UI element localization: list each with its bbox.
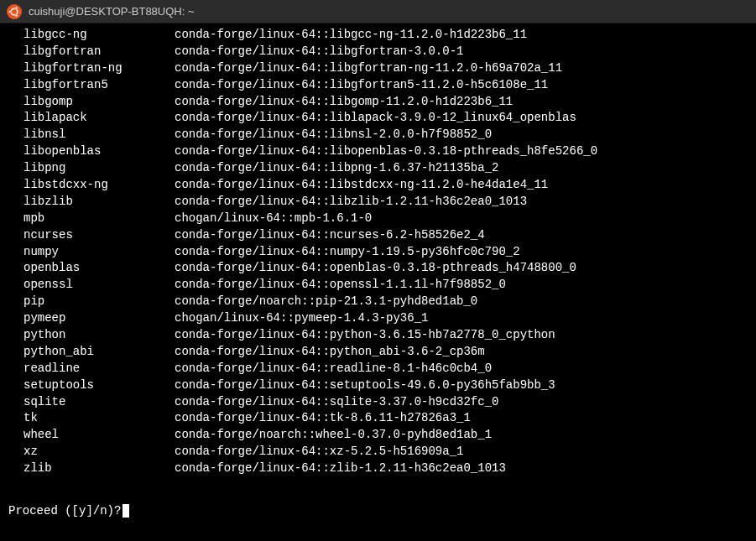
package-spec: conda-forge/linux-64::zlib-1.2.11-h36c2e… (175, 460, 506, 476)
indent (8, 260, 23, 276)
indent (8, 377, 23, 393)
package-name: pip (23, 294, 175, 310)
package-spec: conda-forge/linux-64::libgfortran-3.0.0-… (175, 44, 463, 60)
package-row: pymeepchogan/linux-64::pymeep-1.4.3-py36… (8, 310, 748, 326)
package-name: setuptools (23, 377, 175, 393)
indent (8, 211, 23, 226)
indent (8, 27, 23, 43)
package-name: libgfortran-ng (23, 60, 175, 76)
package-spec: chogan/linux-64::pymeep-1.4.3-py36_1 (175, 310, 428, 326)
indent (8, 327, 23, 343)
indent (8, 310, 23, 326)
window-title-bar: cuishuji@DESKTOP-BT88UQH: ~ (0, 0, 756, 23)
package-row: sqliteconda-forge/linux-64::sqlite-3.37.… (8, 394, 748, 410)
indent (8, 427, 23, 443)
package-name: pymeep (23, 310, 175, 326)
indent (8, 160, 23, 176)
indent (8, 143, 23, 159)
indent (8, 227, 23, 243)
package-list: libgcc-ngconda-forge/linux-64::libgcc-ng… (8, 27, 748, 476)
package-row: libgfortranconda-forge/linux-64::libgfor… (8, 44, 748, 60)
package-spec: conda-forge/noarch::wheel-0.37.0-pyhd8ed… (175, 427, 492, 443)
package-spec: conda-forge/linux-64::tk-8.6.11-h27826a3… (175, 410, 471, 426)
indent (8, 277, 23, 293)
package-name: openblas (23, 260, 175, 276)
package-name: libgomp (23, 94, 175, 110)
package-row: xzconda-forge/linux-64::xz-5.2.5-h516909… (8, 444, 748, 460)
package-name: zlib (23, 460, 175, 476)
package-name: tk (23, 410, 175, 426)
package-spec: conda-forge/linux-64::python_abi-3.6-2_c… (175, 344, 485, 360)
package-name: libzlib (23, 194, 175, 210)
package-spec: conda-forge/linux-64::libgcc-ng-11.2.0-h… (175, 27, 527, 43)
package-spec: conda-forge/linux-64::numpy-1.19.5-py36h… (175, 244, 520, 260)
package-name: numpy (23, 244, 175, 260)
package-name: ncurses (23, 227, 175, 243)
package-spec: conda-forge/linux-64::readline-8.1-h46c0… (175, 361, 492, 377)
indent (8, 394, 23, 410)
package-name: python_abi (23, 344, 175, 360)
package-name: liblapack (23, 110, 175, 126)
package-spec: conda-forge/linux-64::libnsl-2.0.0-h7f98… (175, 127, 492, 143)
prompt-text: Proceed ([y]/n)? (8, 503, 121, 519)
package-row: libpngconda-forge/linux-64::libpng-1.6.3… (8, 160, 748, 176)
package-spec: conda-forge/linux-64::libpng-1.6.37-h211… (175, 160, 498, 176)
svg-point-2 (8, 10, 11, 13)
package-spec: conda-forge/linux-64::libgfortran5-11.2.… (175, 77, 548, 93)
package-row: libopenblasconda-forge/linux-64::libopen… (8, 143, 748, 159)
package-row: libgfortran5conda-forge/linux-64::libgfo… (8, 77, 748, 93)
package-row: numpyconda-forge/linux-64::numpy-1.19.5-… (8, 244, 748, 260)
package-row: wheelconda-forge/noarch::wheel-0.37.0-py… (8, 427, 748, 443)
package-name: libpng (23, 160, 175, 176)
package-spec: conda-forge/linux-64::openssl-1.1.1l-h7f… (175, 277, 506, 293)
package-spec: conda-forge/linux-64::libstdcxx-ng-11.2.… (175, 177, 548, 193)
prompt-line[interactable]: Proceed ([y]/n)? (8, 503, 748, 519)
package-name: wheel (23, 427, 175, 443)
indent (8, 444, 23, 460)
package-name: libnsl (23, 127, 175, 143)
package-name: libgcc-ng (23, 27, 175, 43)
package-name: mpb (23, 211, 175, 226)
indent (8, 460, 23, 476)
indent (8, 194, 23, 210)
package-name: libgfortran (23, 44, 175, 60)
package-spec: conda-forge/linux-64::python-3.6.15-hb7a… (175, 327, 555, 343)
package-spec: conda-forge/linux-64::xz-5.2.5-h516909a_… (175, 444, 463, 460)
package-spec: conda-forge/linux-64::libzlib-1.2.11-h36… (175, 194, 527, 210)
package-row: pipconda-forge/noarch::pip-21.3.1-pyhd8e… (8, 294, 748, 310)
package-row: libgcc-ngconda-forge/linux-64::libgcc-ng… (8, 27, 748, 43)
indent (8, 344, 23, 360)
package-name: libgfortran5 (23, 77, 175, 93)
package-row: ncursesconda-forge/linux-64::ncurses-6.2… (8, 227, 748, 243)
package-spec: conda-forge/linux-64::libgomp-11.2.0-h1d… (175, 94, 513, 110)
package-spec: conda-forge/noarch::pip-21.3.1-pyhd8ed1a… (175, 294, 477, 310)
indent (8, 244, 23, 260)
package-row: readlineconda-forge/linux-64::readline-8… (8, 361, 748, 377)
package-row: tkconda-forge/linux-64::tk-8.6.11-h27826… (8, 410, 748, 426)
package-row: zlibconda-forge/linux-64::zlib-1.2.11-h3… (8, 460, 748, 476)
package-row: python_abiconda-forge/linux-64::python_a… (8, 344, 748, 360)
package-name: xz (23, 444, 175, 460)
package-row: libgompconda-forge/linux-64::libgomp-11.… (8, 94, 748, 110)
indent (8, 94, 23, 110)
package-spec: conda-forge/linux-64::libgfortran-ng-11.… (175, 60, 562, 76)
package-row: libzlibconda-forge/linux-64::libzlib-1.2… (8, 194, 748, 210)
package-spec: chogan/linux-64::mpb-1.6.1-0 (175, 211, 372, 226)
terminal-output[interactable]: libgcc-ngconda-forge/linux-64::libgcc-ng… (0, 23, 756, 523)
package-spec: conda-forge/linux-64::ncurses-6.2-h58526… (175, 227, 485, 243)
indent (8, 127, 23, 143)
package-spec: conda-forge/linux-64::liblapack-3.9.0-12… (175, 110, 576, 126)
indent (8, 110, 23, 126)
indent (8, 44, 23, 60)
package-row: pythonconda-forge/linux-64::python-3.6.1… (8, 327, 748, 343)
indent (8, 60, 23, 76)
package-name: libstdcxx-ng (23, 177, 175, 193)
package-row: libnslconda-forge/linux-64::libnsl-2.0.0… (8, 127, 748, 143)
indent (8, 177, 23, 193)
svg-point-4 (15, 13, 18, 16)
svg-point-3 (15, 6, 18, 8)
package-spec: conda-forge/linux-64::openblas-0.3.18-pt… (175, 260, 576, 276)
package-row: libgfortran-ngconda-forge/linux-64::libg… (8, 60, 748, 76)
package-spec: conda-forge/linux-64::setuptools-49.6.0-… (175, 377, 555, 393)
package-name: libopenblas (23, 143, 175, 159)
